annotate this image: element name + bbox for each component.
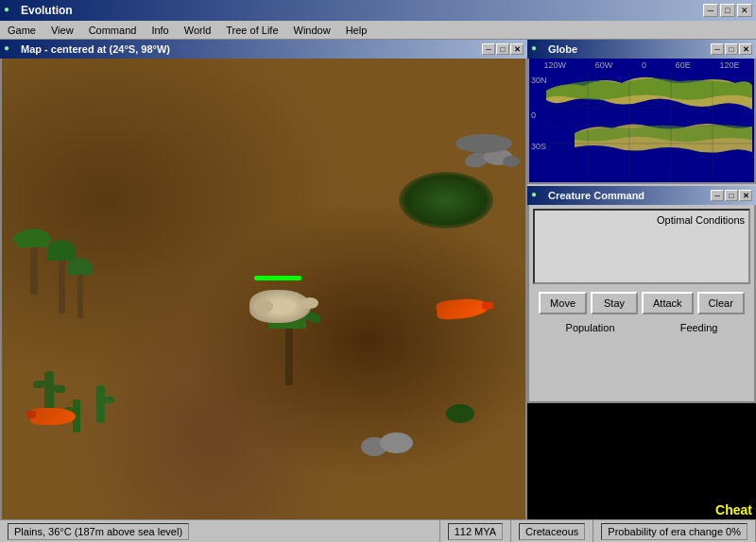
globe-close-button[interactable]: ✕: [739, 43, 752, 55]
center-creature-group: [249, 290, 311, 323]
map-titlebar: ● Map - centered at (24°S, 98°W) ─ □ ✕: [0, 40, 527, 59]
command-buttons: Move Stay Attack Clear: [533, 292, 750, 314]
menu-bar: Game View Command Info World Tree of Lif…: [0, 21, 756, 40]
map-close-button[interactable]: ✕: [510, 43, 524, 55]
mya-segment: 112 MYA: [440, 520, 511, 542]
globe-maximize-button[interactable]: □: [725, 43, 738, 55]
app-titlebar: ● Evolution ─ □ ✕: [0, 0, 756, 21]
menu-help[interactable]: Help: [338, 23, 375, 38]
lon-120w: 120W: [543, 60, 566, 70]
terrain-info: Plains, 36°C (187m above sea level): [0, 520, 440, 542]
feeding-label: Feeding: [680, 322, 718, 333]
lat-0: 0: [531, 110, 536, 120]
titlebar-buttons: ─ □ ✕: [703, 4, 752, 17]
lat-30s: 30S: [531, 142, 546, 151]
vegetation-top-right: [399, 172, 493, 229]
lon-0: 0: [642, 60, 646, 70]
menu-tree-of-life[interactable]: Tree of Life: [218, 23, 285, 38]
minimize-button[interactable]: ─: [703, 4, 718, 17]
menu-world[interactable]: World: [177, 23, 219, 38]
creature-close-button[interactable]: ✕: [739, 190, 752, 201]
globe-window: ● Globe ─ □ ✕ 120W 60W 0 60E 120E 30N 0 …: [527, 40, 756, 186]
app-title: Evolution: [21, 4, 703, 17]
app-icon: ●: [4, 4, 17, 17]
palm-trunk-1: [30, 243, 38, 295]
vegetation-bottom-right: [446, 404, 474, 423]
map-maximize-button[interactable]: □: [496, 43, 509, 55]
menu-window[interactable]: Window: [286, 23, 338, 38]
era-segment: Cretaceous: [511, 520, 593, 542]
probability-text: Probability of era change 0%: [601, 523, 747, 540]
move-button[interactable]: Move: [539, 292, 587, 314]
optimal-conditions-label: Optimal Conditions: [657, 214, 745, 226]
palm-trunk-center: [285, 324, 293, 385]
globe-window-icon: ●: [531, 42, 544, 56]
creature-window-title: Creature Command: [548, 190, 711, 201]
lon-60e: 60E: [676, 60, 691, 70]
close-button[interactable]: ✕: [737, 4, 752, 17]
map-minimize-button[interactable]: ─: [482, 43, 495, 55]
probability-segment: Probability of era change 0%: [593, 520, 756, 542]
creature-minimize-button[interactable]: ─: [711, 190, 724, 201]
rocks-bottom-center: [361, 432, 413, 461]
rocks-upper-right: [465, 134, 503, 153]
lon-60w: 60W: [595, 60, 613, 70]
creature-content: Optimal Conditions Move Stay Attack Clea…: [527, 205, 756, 403]
stay-button[interactable]: Stay: [591, 292, 638, 314]
map-content[interactable]: [0, 59, 527, 529]
mya-text: 112 MYA: [448, 523, 503, 540]
right-bottom-area: Cheat: [527, 403, 756, 519]
optimal-conditions-box: Optimal Conditions: [533, 209, 750, 284]
population-feeding-row: Population Feeding: [533, 322, 750, 333]
cactus-3: [96, 385, 105, 423]
map-window: ● Map - centered at (24°S, 98°W) ─ □ ✕: [0, 40, 527, 531]
attack-button[interactable]: Attack: [642, 292, 694, 314]
creature-window-buttons: ─ □ ✕: [711, 190, 752, 201]
cheat-text: Cheat: [715, 502, 752, 517]
creature-command-window: ● Creature Command ─ □ ✕ Optimal Conditi…: [527, 186, 756, 403]
creature-maximize-button[interactable]: □: [725, 190, 738, 201]
menu-info[interactable]: Info: [144, 23, 176, 38]
creature-titlebar: ● Creature Command ─ □ ✕: [527, 186, 756, 205]
creature-orange-left: [30, 408, 76, 425]
era-text: Cretaceous: [519, 523, 585, 540]
menu-command[interactable]: Command: [81, 23, 145, 38]
menu-view[interactable]: View: [43, 23, 81, 38]
population-label: Population: [566, 322, 615, 333]
globe-titlebar: ● Globe ─ □ ✕: [527, 40, 756, 59]
globe-window-title: Globe: [548, 43, 711, 55]
map-window-buttons: ─ □ ✕: [482, 43, 524, 55]
lon-120e: 120E: [720, 60, 740, 70]
map-window-icon: ●: [4, 42, 17, 56]
globe-minimize-button[interactable]: ─: [711, 43, 724, 55]
terrain-text: Plains, 36°C (187m above sea level): [8, 523, 189, 540]
longitude-labels: 120W 60W 0 60E 120E: [529, 60, 754, 70]
cheat-overlay: Cheat: [712, 500, 756, 519]
palm-trunk-3: [77, 271, 83, 318]
status-bar: Plains, 36°C (187m above sea level) 112 …: [0, 519, 756, 542]
map-window-title: Map - centered at (24°S, 98°W): [21, 43, 482, 55]
clear-button[interactable]: Clear: [697, 292, 745, 314]
lat-30n: 30N: [531, 76, 547, 85]
menu-game[interactable]: Game: [0, 23, 43, 38]
globe-svg: [546, 72, 752, 180]
maximize-button[interactable]: □: [720, 4, 735, 17]
creature-window-icon: ●: [531, 189, 544, 202]
globe-window-buttons: ─ □ ✕: [711, 43, 752, 55]
globe-content[interactable]: 120W 60W 0 60E 120E 30N 0 30S: [527, 59, 756, 184]
palm-trunk-2: [59, 257, 65, 313]
